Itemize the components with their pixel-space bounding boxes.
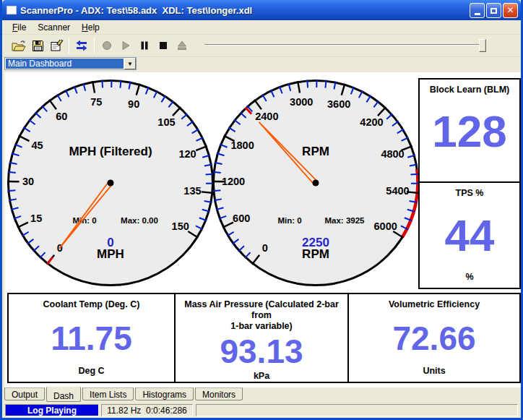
- svg-text:MPH (Filtered): MPH (Filtered): [69, 145, 152, 158]
- toolbar: [2, 35, 521, 57]
- menu-help[interactable]: Help: [76, 21, 105, 34]
- slider-handle[interactable]: [479, 39, 486, 52]
- tab-item-lists[interactable]: Item Lists: [82, 387, 134, 400]
- svg-text:1200: 1200: [222, 176, 245, 187]
- panel-title: Volumetric Efficiency: [349, 294, 519, 310]
- properties-icon: [50, 40, 64, 52]
- menubar: FileScannerHelp: [2, 20, 521, 35]
- properties-button[interactable]: [47, 37, 66, 54]
- svg-text:600: 600: [233, 213, 250, 224]
- coolant-temp-panel: Coolant Temp (Deg. C)11.75Deg C: [7, 293, 176, 383]
- blm-panel: Block Learn (BLM)128: [418, 78, 521, 183]
- window-controls: ✕: [468, 3, 518, 18]
- menu-scanner[interactable]: Scanner: [32, 21, 76, 34]
- sync-button[interactable]: [72, 37, 91, 54]
- minimize-button[interactable]: [470, 3, 485, 18]
- svg-text:30: 30: [22, 176, 34, 187]
- svg-text:Max: 0.00: Max: 0.00: [121, 216, 158, 225]
- playback-position-slider[interactable]: [204, 38, 486, 53]
- panel-title: Block Learn (BLM): [420, 80, 519, 95]
- svg-text:2400: 2400: [255, 111, 278, 122]
- svg-text:RPM: RPM: [302, 247, 329, 261]
- svg-text:150: 150: [172, 220, 189, 232]
- ve-panel: Volumetric Efficiency72.66Units: [347, 293, 521, 383]
- eject-button[interactable]: [173, 37, 191, 54]
- dashboard: 0153045607590105120135150MPH (Filtered)M…: [4, 72, 523, 387]
- svg-text:4800: 4800: [381, 148, 404, 160]
- panel-unit: [420, 167, 519, 181]
- tab-output[interactable]: Output: [4, 387, 45, 400]
- toolbar-separator: [69, 38, 69, 53]
- svg-text:105: 105: [157, 116, 175, 128]
- panel-title: Coolant Temp (Deg. C): [9, 294, 174, 310]
- tps-panel: TPS %44%: [418, 181, 521, 289]
- pause-icon: [139, 40, 150, 51]
- tab-bar: OutputDashItem ListsHistogramsMonitors: [2, 387, 521, 403]
- tab-dash[interactable]: Dash: [46, 387, 81, 402]
- rpm-gauge: 0600120018002400300036004200480054006000…: [211, 78, 420, 288]
- eject-icon: [177, 40, 187, 51]
- svg-text:120: 120: [178, 148, 196, 160]
- tab-monitors[interactable]: Monitors: [195, 387, 243, 400]
- close-button[interactable]: ✕: [503, 3, 518, 18]
- dashboard-selector[interactable]: Main Dashboard ▼: [4, 57, 137, 70]
- save-button[interactable]: [28, 37, 47, 54]
- panel-value: 44: [420, 199, 519, 272]
- panel-title: Mass Air Pressure (Calculated 2-bar from…: [176, 294, 347, 332]
- minimize-icon: [475, 13, 480, 15]
- svg-text:45: 45: [32, 140, 43, 151]
- toolbar-buttons: [9, 37, 191, 54]
- record-button[interactable]: [98, 37, 116, 54]
- svg-text:75: 75: [90, 96, 102, 108]
- panel-value: 93.13: [176, 332, 347, 371]
- mph-gauge: 0153045607590105120135150MPH (Filtered)M…: [6, 78, 215, 288]
- open-folder-icon: [12, 40, 26, 52]
- svg-text:60: 60: [56, 111, 67, 122]
- status-spare: [196, 404, 518, 416]
- panel-value: 11.75: [9, 310, 174, 366]
- status-rate: 11.82 Hz 0:0:46:286: [101, 404, 193, 416]
- svg-text:Max: 3925: Max: 3925: [325, 216, 366, 225]
- panel-unit: kPa: [176, 371, 347, 385]
- chevron-down-icon[interactable]: ▼: [124, 58, 136, 69]
- svg-text:MPH: MPH: [97, 247, 124, 261]
- sync-arrows-icon: [75, 40, 88, 51]
- svg-text:3600: 3600: [327, 98, 350, 110]
- stop-button[interactable]: [154, 37, 173, 54]
- slider-track[interactable]: [204, 44, 486, 46]
- titlebar[interactable]: ScannerPro - ADX: Test\58.adx XDL: Test\…: [2, 0, 521, 20]
- play-icon: [121, 40, 131, 51]
- dashboard-selector-value[interactable]: Main Dashboard: [6, 59, 124, 69]
- svg-text:0: 0: [262, 242, 268, 254]
- panel-unit: Units: [349, 366, 519, 382]
- save-icon: [32, 40, 44, 52]
- open-button[interactable]: [9, 37, 28, 54]
- svg-text:5400: 5400: [386, 185, 409, 197]
- menu-file[interactable]: File: [7, 21, 32, 34]
- panel-value: 128: [420, 95, 519, 167]
- app-icon: [7, 6, 17, 14]
- pause-button[interactable]: [135, 37, 154, 54]
- svg-text:6000: 6000: [374, 220, 397, 232]
- window-title: ScannerPro - ADX: Test\58.adx XDL: Test\…: [20, 5, 468, 16]
- stop-icon: [158, 40, 168, 51]
- app-window: ScannerPro - ADX: Test\58.adx XDL: Test\…: [0, 0, 523, 420]
- svg-text:RPM: RPM: [302, 145, 329, 158]
- dashboard-selector-row: Main Dashboard ▼: [2, 57, 521, 72]
- tab-histograms[interactable]: Histograms: [135, 387, 194, 400]
- svg-text:15: 15: [30, 213, 42, 224]
- maximize-button[interactable]: [486, 3, 501, 18]
- svg-text:Min: 0: Min: 0: [277, 216, 301, 225]
- play-button[interactable]: [116, 37, 135, 54]
- panel-title: TPS %: [420, 183, 519, 199]
- panel-value: 72.66: [349, 310, 519, 366]
- svg-text:90: 90: [128, 98, 139, 110]
- map-panel: Mass Air Pressure (Calculated 2-bar from…: [174, 293, 349, 383]
- toolbar-separator: [94, 38, 95, 53]
- panel-unit: Deg C: [9, 366, 174, 382]
- maximize-icon: [490, 8, 497, 14]
- close-icon: ✕: [506, 6, 514, 14]
- status-bar: Log Playing 11.82 Hz 0:0:46:286: [2, 403, 521, 417]
- svg-text:135: 135: [183, 185, 201, 197]
- record-icon: [102, 40, 112, 51]
